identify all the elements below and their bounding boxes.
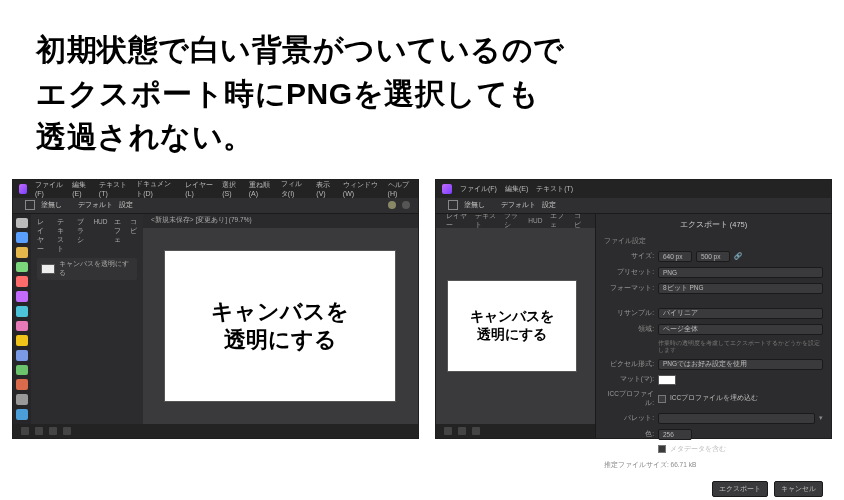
area-select[interactable]: ページ全体	[658, 324, 823, 335]
palette-select[interactable]	[658, 413, 815, 424]
headline-line-1: 初期状態で白い背景がついているので	[36, 28, 814, 72]
tool-11-icon[interactable]	[16, 365, 28, 376]
tab-brush[interactable]: ブラシ	[77, 218, 87, 254]
avatar-icon[interactable]	[388, 201, 396, 209]
palette-drop-icon[interactable]: ▾	[819, 414, 823, 422]
menu-help[interactable]: ヘルプ(H)	[388, 180, 412, 197]
tool-4-icon[interactable]	[16, 262, 28, 273]
export-button[interactable]: エクスポート	[712, 481, 768, 497]
action-bar: 塗無し デフォルト 設定	[13, 198, 418, 214]
document-tab-bar: <新規未保存> [変更あり] (79.7%)	[143, 214, 418, 228]
size-width-input[interactable]: 640 px	[658, 251, 692, 262]
document-tab[interactable]: <新規未保存> [変更あり] (79.7%)	[151, 216, 252, 225]
hint-text: 作業時の透明度を考慮してエクスポートするかどうかを設定します	[604, 340, 823, 354]
menu-filters[interactable]: フィルタ(I)	[281, 179, 308, 199]
menu-window[interactable]: ウィンドウ(W)	[343, 180, 380, 197]
status-bar	[436, 424, 595, 438]
menu-layer[interactable]: レイヤー(L)	[185, 180, 214, 197]
settings-button[interactable]: 設定	[542, 200, 556, 210]
area-label: 領域:	[604, 325, 654, 334]
fill-label: 塗無し	[464, 200, 485, 210]
headline: 初期状態で白い背景がついているので エクスポート時にPNGを選択しても 透過され…	[0, 0, 844, 179]
side-tabs: レイヤー テキスト ブラシ HUD エフェ コビ	[37, 218, 137, 254]
layer-label: キャンバスを透明にする	[59, 260, 133, 278]
status-icon-2[interactable]	[35, 427, 43, 435]
colors-input[interactable]: 256	[658, 429, 692, 440]
work-row: レイヤー テキスト ブラシ HUD エフェ コビ キャンバスを透明にする <新規…	[13, 214, 418, 424]
tab-text[interactable]: テキスト	[57, 218, 71, 254]
menu-edit[interactable]: 編集(E)	[505, 184, 528, 194]
matte-color-swatch[interactable]	[658, 375, 676, 385]
pixel-format-label: ピクセル形式:	[604, 360, 654, 369]
tool-10-icon[interactable]	[16, 350, 28, 361]
menu-bar: ファイル(F) 編集(E) テキスト(T) ドキュメント(D) レイヤー(L) …	[13, 180, 418, 198]
menu-file[interactable]: ファイル(F)	[460, 184, 497, 194]
layer-row[interactable]: キャンバスを透明にする	[37, 258, 137, 280]
export-panel: エクスポート (475) ファイル設定 サイズ: 640 px 500 px 🔗…	[596, 214, 831, 438]
icc-embed-checkbox[interactable]	[658, 395, 666, 403]
preset-select[interactable]: PNG	[658, 267, 823, 278]
metadata-checkbox[interactable]	[658, 445, 666, 453]
app-window-export: ファイル(F) 編集(E) テキスト(T) 塗無し デフォルト 設定 レイヤー …	[435, 179, 832, 439]
palette-label: パレット:	[604, 414, 654, 423]
status-icon-3[interactable]	[49, 427, 57, 435]
tool-1-icon[interactable]	[16, 218, 28, 229]
tool-13-icon[interactable]	[16, 394, 28, 405]
menu-document[interactable]: ドキュメント(D)	[136, 179, 177, 199]
menu-select[interactable]: 選択(S)	[222, 180, 241, 197]
estimate-text: 推定ファイルサイズ: 66.71 kB	[604, 461, 823, 470]
tool-8-icon[interactable]	[16, 321, 28, 332]
fill-label: 塗無し	[41, 200, 62, 210]
menu-text[interactable]: テキスト(T)	[99, 180, 128, 197]
resample-label: リサンプル:	[604, 309, 654, 318]
size-height-input[interactable]: 500 px	[696, 251, 730, 262]
menu-file[interactable]: ファイル(F)	[35, 180, 64, 197]
cancel-button[interactable]: キャンセル	[774, 481, 823, 497]
lock-aspect-icon[interactable]: 🔗	[734, 252, 742, 260]
tool-6-icon[interactable]	[16, 291, 28, 302]
menu-arrange[interactable]: 重ね順(A)	[249, 180, 273, 197]
tool-2-icon[interactable]	[16, 232, 28, 243]
menu-edit[interactable]: 編集(E)	[72, 180, 91, 197]
preset-dropdown[interactable]: デフォルト	[78, 200, 113, 210]
fill-swatch[interactable]	[25, 200, 35, 210]
notify-icon[interactable]	[402, 201, 410, 209]
tab-copy[interactable]: コビ	[130, 218, 137, 254]
menu-view[interactable]: 表示(V)	[316, 180, 335, 197]
app-logo-icon	[19, 184, 27, 194]
status-icon-1[interactable]	[444, 427, 452, 435]
tab-hud[interactable]: HUD	[93, 218, 107, 254]
tool-9-icon[interactable]	[16, 335, 28, 346]
status-icon-4[interactable]	[63, 427, 71, 435]
format-select[interactable]: 8ビット PNG	[658, 283, 823, 294]
pixel-format-select[interactable]: PNGではお好み設定を使用	[658, 359, 823, 370]
layer-thumb-icon	[41, 264, 55, 274]
tool-12-icon[interactable]	[16, 379, 28, 390]
tab-layers[interactable]: レイヤー	[37, 218, 51, 254]
side-panel: レイヤー テキスト ブラシ HUD エフェ コビ キャンバスを透明にする	[31, 214, 143, 424]
fill-swatch[interactable]	[448, 200, 458, 210]
icc-embed-label: ICCプロファイルを埋め込む	[670, 394, 758, 403]
canvas-wrap: <新規未保存> [変更あり] (79.7%) キャンバスを 透明にする	[143, 214, 418, 424]
tool-3-icon[interactable]	[16, 247, 28, 258]
status-icon-3[interactable]	[472, 427, 480, 435]
tab-effects[interactable]: エフェ	[114, 218, 124, 254]
canvas-text-line-2: 透明にする	[224, 326, 337, 354]
tab-hud[interactable]: HUD	[528, 217, 542, 224]
status-icon-2[interactable]	[458, 427, 466, 435]
canvas-artboard[interactable]: キャンバスを 透明にする	[165, 251, 395, 401]
status-icon-1[interactable]	[21, 427, 29, 435]
settings-button[interactable]: 設定	[119, 200, 133, 210]
menu-bar: ファイル(F) 編集(E) テキスト(T)	[436, 180, 831, 198]
tool-5-icon[interactable]	[16, 276, 28, 287]
export-title: エクスポート (475)	[604, 220, 823, 230]
status-bar	[13, 424, 418, 438]
tool-7-icon[interactable]	[16, 306, 28, 317]
resample-select[interactable]: バイリニア	[658, 308, 823, 319]
export-body: レイヤー テキスト ブラシ HUD エフェ コビ キャンバスを 透明にする	[436, 214, 831, 438]
canvas-area[interactable]: キャンバスを 透明にする	[143, 228, 418, 424]
preset-dropdown[interactable]: デフォルト	[501, 200, 536, 210]
tool-14-icon[interactable]	[16, 409, 28, 420]
side-tabs: レイヤー テキスト ブラシ HUD エフェ コビ	[436, 214, 595, 228]
menu-text[interactable]: テキスト(T)	[536, 184, 573, 194]
